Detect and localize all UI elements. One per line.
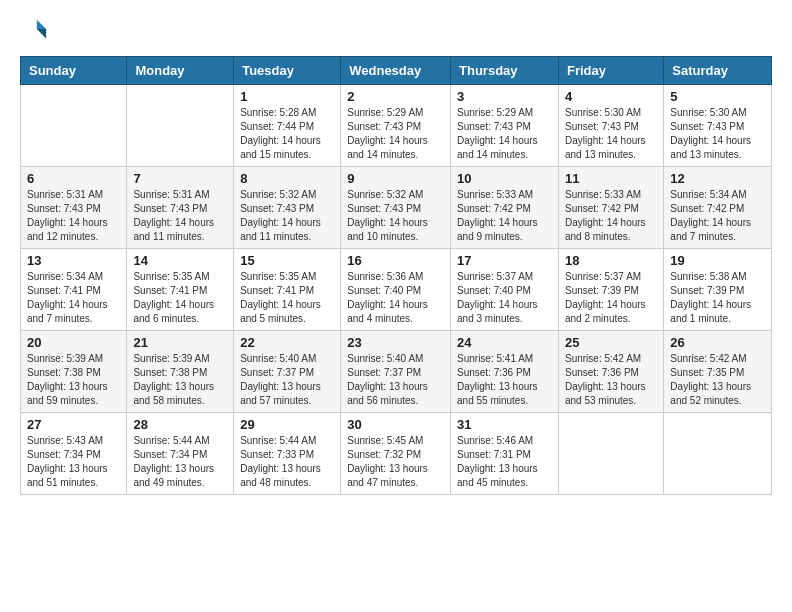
svg-marker-1 bbox=[37, 29, 46, 38]
calendar-row-4: 20Sunrise: 5:39 AM Sunset: 7:38 PM Dayli… bbox=[21, 331, 772, 413]
weekday-header-tuesday: Tuesday bbox=[234, 57, 341, 85]
day-number: 12 bbox=[670, 171, 765, 186]
weekday-header-monday: Monday bbox=[127, 57, 234, 85]
day-number: 24 bbox=[457, 335, 552, 350]
day-number: 21 bbox=[133, 335, 227, 350]
calendar-cell: 28Sunrise: 5:44 AM Sunset: 7:34 PM Dayli… bbox=[127, 413, 234, 495]
calendar-row-5: 27Sunrise: 5:43 AM Sunset: 7:34 PM Dayli… bbox=[21, 413, 772, 495]
day-number: 13 bbox=[27, 253, 120, 268]
calendar-cell: 26Sunrise: 5:42 AM Sunset: 7:35 PM Dayli… bbox=[664, 331, 772, 413]
calendar-cell: 10Sunrise: 5:33 AM Sunset: 7:42 PM Dayli… bbox=[451, 167, 559, 249]
calendar-cell: 22Sunrise: 5:40 AM Sunset: 7:37 PM Dayli… bbox=[234, 331, 341, 413]
weekday-header-friday: Friday bbox=[558, 57, 663, 85]
day-number: 22 bbox=[240, 335, 334, 350]
day-number: 11 bbox=[565, 171, 657, 186]
logo bbox=[20, 16, 52, 44]
day-info: Sunrise: 5:44 AM Sunset: 7:34 PM Dayligh… bbox=[133, 434, 227, 490]
page: SundayMondayTuesdayWednesdayThursdayFrid… bbox=[0, 0, 792, 511]
day-number: 7 bbox=[133, 171, 227, 186]
weekday-header-row: SundayMondayTuesdayWednesdayThursdayFrid… bbox=[21, 57, 772, 85]
day-number: 14 bbox=[133, 253, 227, 268]
day-number: 25 bbox=[565, 335, 657, 350]
calendar-cell: 6Sunrise: 5:31 AM Sunset: 7:43 PM Daylig… bbox=[21, 167, 127, 249]
calendar-cell: 21Sunrise: 5:39 AM Sunset: 7:38 PM Dayli… bbox=[127, 331, 234, 413]
day-info: Sunrise: 5:40 AM Sunset: 7:37 PM Dayligh… bbox=[240, 352, 334, 408]
calendar-cell bbox=[558, 413, 663, 495]
calendar-cell: 27Sunrise: 5:43 AM Sunset: 7:34 PM Dayli… bbox=[21, 413, 127, 495]
calendar-cell: 13Sunrise: 5:34 AM Sunset: 7:41 PM Dayli… bbox=[21, 249, 127, 331]
calendar-cell: 17Sunrise: 5:37 AM Sunset: 7:40 PM Dayli… bbox=[451, 249, 559, 331]
weekday-header-thursday: Thursday bbox=[451, 57, 559, 85]
day-number: 27 bbox=[27, 417, 120, 432]
calendar-cell: 5Sunrise: 5:30 AM Sunset: 7:43 PM Daylig… bbox=[664, 85, 772, 167]
day-info: Sunrise: 5:36 AM Sunset: 7:40 PM Dayligh… bbox=[347, 270, 444, 326]
calendar-cell: 15Sunrise: 5:35 AM Sunset: 7:41 PM Dayli… bbox=[234, 249, 341, 331]
day-number: 15 bbox=[240, 253, 334, 268]
day-info: Sunrise: 5:41 AM Sunset: 7:36 PM Dayligh… bbox=[457, 352, 552, 408]
day-info: Sunrise: 5:30 AM Sunset: 7:43 PM Dayligh… bbox=[565, 106, 657, 162]
calendar-cell: 14Sunrise: 5:35 AM Sunset: 7:41 PM Dayli… bbox=[127, 249, 234, 331]
day-info: Sunrise: 5:45 AM Sunset: 7:32 PM Dayligh… bbox=[347, 434, 444, 490]
svg-marker-0 bbox=[37, 20, 46, 29]
calendar-cell: 18Sunrise: 5:37 AM Sunset: 7:39 PM Dayli… bbox=[558, 249, 663, 331]
day-number: 18 bbox=[565, 253, 657, 268]
day-info: Sunrise: 5:43 AM Sunset: 7:34 PM Dayligh… bbox=[27, 434, 120, 490]
day-number: 4 bbox=[565, 89, 657, 104]
day-info: Sunrise: 5:29 AM Sunset: 7:43 PM Dayligh… bbox=[347, 106, 444, 162]
weekday-header-sunday: Sunday bbox=[21, 57, 127, 85]
day-info: Sunrise: 5:35 AM Sunset: 7:41 PM Dayligh… bbox=[133, 270, 227, 326]
day-number: 30 bbox=[347, 417, 444, 432]
calendar-cell: 16Sunrise: 5:36 AM Sunset: 7:40 PM Dayli… bbox=[341, 249, 451, 331]
calendar-cell: 7Sunrise: 5:31 AM Sunset: 7:43 PM Daylig… bbox=[127, 167, 234, 249]
day-info: Sunrise: 5:39 AM Sunset: 7:38 PM Dayligh… bbox=[133, 352, 227, 408]
day-number: 3 bbox=[457, 89, 552, 104]
calendar-cell: 12Sunrise: 5:34 AM Sunset: 7:42 PM Dayli… bbox=[664, 167, 772, 249]
calendar-cell: 25Sunrise: 5:42 AM Sunset: 7:36 PM Dayli… bbox=[558, 331, 663, 413]
calendar-cell: 23Sunrise: 5:40 AM Sunset: 7:37 PM Dayli… bbox=[341, 331, 451, 413]
day-info: Sunrise: 5:34 AM Sunset: 7:42 PM Dayligh… bbox=[670, 188, 765, 244]
calendar-cell: 20Sunrise: 5:39 AM Sunset: 7:38 PM Dayli… bbox=[21, 331, 127, 413]
calendar-cell bbox=[664, 413, 772, 495]
day-info: Sunrise: 5:33 AM Sunset: 7:42 PM Dayligh… bbox=[565, 188, 657, 244]
calendar-cell: 3Sunrise: 5:29 AM Sunset: 7:43 PM Daylig… bbox=[451, 85, 559, 167]
day-info: Sunrise: 5:42 AM Sunset: 7:36 PM Dayligh… bbox=[565, 352, 657, 408]
day-number: 1 bbox=[240, 89, 334, 104]
day-info: Sunrise: 5:29 AM Sunset: 7:43 PM Dayligh… bbox=[457, 106, 552, 162]
day-number: 6 bbox=[27, 171, 120, 186]
calendar-cell: 29Sunrise: 5:44 AM Sunset: 7:33 PM Dayli… bbox=[234, 413, 341, 495]
calendar-cell: 19Sunrise: 5:38 AM Sunset: 7:39 PM Dayli… bbox=[664, 249, 772, 331]
day-number: 8 bbox=[240, 171, 334, 186]
day-info: Sunrise: 5:32 AM Sunset: 7:43 PM Dayligh… bbox=[240, 188, 334, 244]
day-info: Sunrise: 5:33 AM Sunset: 7:42 PM Dayligh… bbox=[457, 188, 552, 244]
day-info: Sunrise: 5:38 AM Sunset: 7:39 PM Dayligh… bbox=[670, 270, 765, 326]
day-number: 31 bbox=[457, 417, 552, 432]
calendar-cell: 4Sunrise: 5:30 AM Sunset: 7:43 PM Daylig… bbox=[558, 85, 663, 167]
day-number: 2 bbox=[347, 89, 444, 104]
day-info: Sunrise: 5:30 AM Sunset: 7:43 PM Dayligh… bbox=[670, 106, 765, 162]
calendar-table: SundayMondayTuesdayWednesdayThursdayFrid… bbox=[20, 56, 772, 495]
calendar-cell: 24Sunrise: 5:41 AM Sunset: 7:36 PM Dayli… bbox=[451, 331, 559, 413]
day-number: 28 bbox=[133, 417, 227, 432]
header bbox=[20, 16, 772, 44]
day-info: Sunrise: 5:44 AM Sunset: 7:33 PM Dayligh… bbox=[240, 434, 334, 490]
calendar-cell: 31Sunrise: 5:46 AM Sunset: 7:31 PM Dayli… bbox=[451, 413, 559, 495]
calendar-cell: 1Sunrise: 5:28 AM Sunset: 7:44 PM Daylig… bbox=[234, 85, 341, 167]
day-info: Sunrise: 5:32 AM Sunset: 7:43 PM Dayligh… bbox=[347, 188, 444, 244]
calendar-cell: 30Sunrise: 5:45 AM Sunset: 7:32 PM Dayli… bbox=[341, 413, 451, 495]
day-info: Sunrise: 5:42 AM Sunset: 7:35 PM Dayligh… bbox=[670, 352, 765, 408]
day-number: 20 bbox=[27, 335, 120, 350]
day-info: Sunrise: 5:40 AM Sunset: 7:37 PM Dayligh… bbox=[347, 352, 444, 408]
calendar-cell bbox=[21, 85, 127, 167]
day-info: Sunrise: 5:34 AM Sunset: 7:41 PM Dayligh… bbox=[27, 270, 120, 326]
day-number: 16 bbox=[347, 253, 444, 268]
calendar-row-1: 1Sunrise: 5:28 AM Sunset: 7:44 PM Daylig… bbox=[21, 85, 772, 167]
day-number: 17 bbox=[457, 253, 552, 268]
day-info: Sunrise: 5:39 AM Sunset: 7:38 PM Dayligh… bbox=[27, 352, 120, 408]
day-number: 10 bbox=[457, 171, 552, 186]
calendar-cell: 9Sunrise: 5:32 AM Sunset: 7:43 PM Daylig… bbox=[341, 167, 451, 249]
day-number: 23 bbox=[347, 335, 444, 350]
calendar-cell bbox=[127, 85, 234, 167]
calendar-cell: 11Sunrise: 5:33 AM Sunset: 7:42 PM Dayli… bbox=[558, 167, 663, 249]
day-info: Sunrise: 5:35 AM Sunset: 7:41 PM Dayligh… bbox=[240, 270, 334, 326]
day-number: 9 bbox=[347, 171, 444, 186]
